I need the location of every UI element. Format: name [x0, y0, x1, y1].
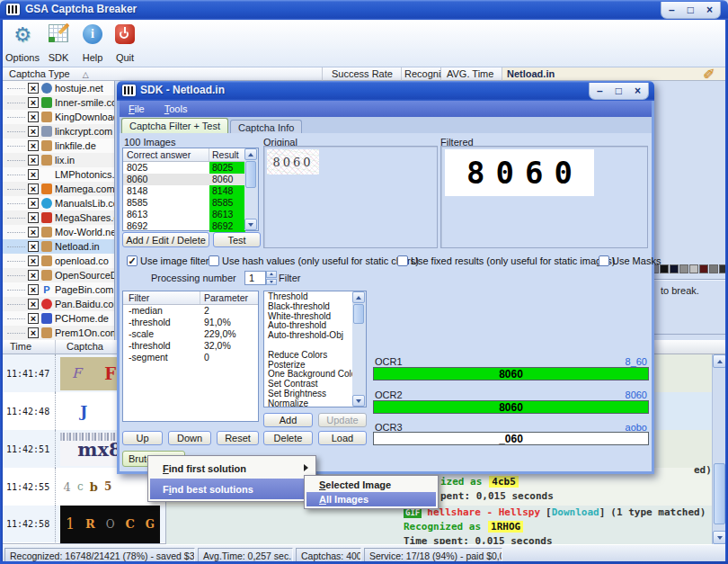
- dialog-maximize-icon[interactable]: □: [616, 85, 622, 96]
- filter-list-item[interactable]: One Background Color: [264, 369, 353, 379]
- column-header-success-rate[interactable]: Success Rate: [323, 67, 402, 81]
- log-scrollbar[interactable]: [712, 354, 726, 544]
- checkbox-checked-icon[interactable]: ×: [28, 184, 39, 194]
- checkbox-checked-icon[interactable]: ×: [28, 212, 39, 223]
- checkbox-checked-icon[interactable]: ×: [28, 140, 39, 151]
- site-row[interactable]: ×linkfile.de: [0, 139, 114, 153]
- menu-item-find-best-solutions[interactable]: Find best solutions: [150, 479, 314, 499]
- submenu-item-selected-image[interactable]: Selected Image: [306, 478, 436, 492]
- checkbox-unchecked[interactable]: [397, 255, 408, 266]
- images-scrollbar[interactable]: [244, 148, 258, 230]
- site-row[interactable]: ×Mamega.com: [0, 182, 114, 196]
- dialog-titlebar[interactable]: SDK - Netload.in – □ ×: [117, 81, 654, 101]
- checkbox-checked-icon[interactable]: ×: [28, 169, 39, 180]
- site-row[interactable]: ×linkcrypt.com: [0, 124, 114, 139]
- menu-tools[interactable]: Tools: [164, 103, 188, 114]
- ocr2-link[interactable]: 8060: [626, 389, 647, 400]
- image-row[interactable]: 81488148: [123, 185, 258, 197]
- site-row[interactable]: ×lix.in: [0, 153, 114, 167]
- filter-param-row[interactable]: -segment0: [123, 352, 258, 363]
- filter-list-item[interactable]: Posterize: [264, 360, 353, 370]
- site-row[interactable]: ×OpenSourceD: [0, 268, 114, 282]
- checkbox-checked-icon[interactable]: ×: [28, 126, 39, 137]
- filter-param-row[interactable]: -median2: [123, 305, 258, 317]
- site-row[interactable]: ×MegaShares.c: [0, 210, 114, 225]
- filter-list-item[interactable]: Set Brightness: [264, 389, 353, 398]
- checkbox-checked-icon[interactable]: ×: [28, 255, 39, 266]
- filter-list-item[interactable]: Normalize: [264, 398, 353, 407]
- up-button[interactable]: Up: [122, 431, 163, 445]
- filter-list-item[interactable]: Black-threshold: [264, 301, 353, 311]
- site-row[interactable]: ×ManualsLib.co: [0, 196, 114, 210]
- filter-list-item[interactable]: White-threshold: [264, 311, 353, 321]
- ocr1-link[interactable]: 8_60: [626, 356, 647, 367]
- dialog-minimize-icon[interactable]: –: [597, 85, 603, 96]
- main-titlebar[interactable]: GSA Captcha Breaker – □ ×: [0, 0, 728, 20]
- filter-list-item[interactable]: Auto-threshold-Obj: [264, 330, 353, 340]
- stepper-up-icon[interactable]: [266, 271, 277, 278]
- stepper-down-icon[interactable]: [266, 279, 277, 286]
- submenu-item-all-images[interactable]: All Images: [306, 492, 436, 506]
- checkbox-checked-icon[interactable]: ×: [28, 270, 39, 281]
- site-row[interactable]: ×Inner-smile.com: [0, 95, 114, 110]
- image-row[interactable]: 80258025: [123, 162, 258, 174]
- history-row[interactable]: 11:42:581ROCG: [0, 506, 165, 542]
- checkbox-checked-icon[interactable]: ×: [28, 97, 39, 108]
- checkbox-checked-icon[interactable]: ×: [28, 112, 39, 122]
- checkbox-unchecked[interactable]: [209, 255, 219, 266]
- test-button[interactable]: Test: [213, 232, 261, 247]
- image-row[interactable]: 80608060: [123, 174, 258, 185]
- log-scrollbar-thumb[interactable]: [714, 463, 725, 524]
- scroll-down-icon[interactable]: [713, 531, 726, 544]
- quit-button[interactable]: Quit: [104, 22, 146, 65]
- checkbox-checked-icon[interactable]: ×: [28, 299, 39, 309]
- column-header-recognized[interactable]: Recognized: [402, 67, 441, 81]
- menu-item-find-first-solution[interactable]: Find first solution: [150, 458, 314, 479]
- site-row[interactable]: ×Prem1On.com: [0, 326, 114, 340]
- tab-captcha-info[interactable]: Captcha Info: [230, 120, 302, 133]
- site-row[interactable]: ×KingDownload: [0, 110, 114, 124]
- processing-number-stepper[interactable]: [266, 271, 277, 285]
- col-parameter[interactable]: Parameter: [200, 291, 248, 304]
- column-header-captcha-type[interactable]: Captcha Type△: [0, 67, 323, 81]
- edit-pencil-icon[interactable]: ✎: [701, 67, 718, 79]
- col-result[interactable]: Result: [209, 148, 245, 161]
- site-row[interactable]: ×openload.co: [0, 254, 114, 268]
- scroll-up-icon[interactable]: [713, 354, 726, 368]
- add-edit-delete-button[interactable]: Add / Edit / Delete: [122, 232, 209, 247]
- checkbox-checked-icon[interactable]: ×: [28, 227, 39, 237]
- scroll-down-icon[interactable]: [352, 395, 365, 407]
- image-row[interactable]: 85858585: [123, 197, 258, 209]
- col-filter[interactable]: Filter: [123, 291, 200, 304]
- load-button[interactable]: Load: [318, 431, 367, 445]
- site-row[interactable]: ×LMPhotonics.c: [0, 167, 114, 182]
- reset-button[interactable]: Reset: [217, 431, 259, 445]
- close-icon[interactable]: ×: [706, 4, 713, 15]
- history-header-time[interactable]: Time: [0, 340, 56, 354]
- images-scrollbar-thumb[interactable]: [245, 161, 256, 188]
- scroll-up-icon[interactable]: [244, 148, 257, 160]
- down-button[interactable]: Down: [168, 431, 211, 445]
- menu-file[interactable]: File: [129, 103, 145, 114]
- checkbox-checked-icon[interactable]: ×: [28, 313, 39, 324]
- filter-param-row[interactable]: -threshold91,0%: [123, 317, 258, 328]
- site-row[interactable]: ×PPageBin.com: [0, 282, 114, 297]
- filter-list-item[interactable]: Auto-threshold: [264, 320, 353, 330]
- filter-list-scrollbar-thumb[interactable]: [353, 304, 364, 324]
- site-row[interactable]: ×PCHome.de: [0, 311, 114, 326]
- col-correct-answer[interactable]: Correct answer: [123, 148, 209, 161]
- add-button[interactable]: Add: [263, 413, 313, 427]
- checkbox-checked-icon[interactable]: ×: [28, 327, 39, 338]
- processing-number-input[interactable]: 1: [244, 271, 266, 285]
- checkbox-checked-icon[interactable]: ×: [28, 241, 39, 252]
- scroll-down-icon[interactable]: [244, 219, 257, 230]
- site-row[interactable]: ×Netload.in: [0, 239, 114, 254]
- site-row[interactable]: ×Mov-World.ne: [0, 225, 114, 239]
- checkbox-unchecked[interactable]: [599, 255, 609, 266]
- checkbox-checked-icon[interactable]: ×: [28, 83, 39, 94]
- checkbox-checked-icon[interactable]: ×: [28, 155, 39, 166]
- image-row[interactable]: 86928692: [123, 220, 258, 232]
- checkbox-checked-icon[interactable]: ×: [28, 284, 39, 295]
- delete-button[interactable]: Delete: [263, 431, 313, 445]
- site-row[interactable]: ×hostuje.net: [0, 81, 114, 95]
